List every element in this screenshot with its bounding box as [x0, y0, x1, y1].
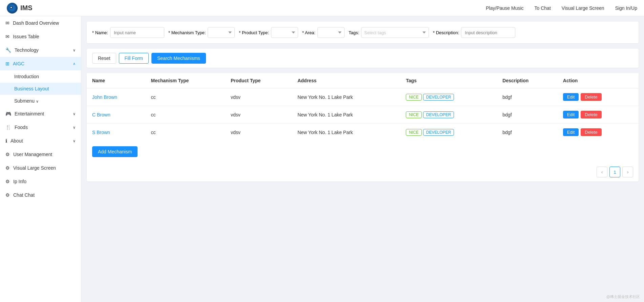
- sidebar-item-label: Entertainment: [15, 111, 44, 116]
- tags-field: Tags: Select tags: [349, 27, 429, 38]
- sidebar-item-user-management[interactable]: ⚙ User Management: [0, 148, 81, 161]
- col-address: Address: [292, 73, 400, 88]
- pagination-page-1[interactable]: 1: [609, 167, 620, 177]
- chevron-down-icon-3: ∨: [73, 112, 76, 116]
- cell-name: C Brown: [87, 106, 146, 124]
- sidebar-sub-item-business-layout[interactable]: Business Layout: [0, 83, 81, 95]
- table-row: John BrownccvdsvNew York No. 1 Lake Park…: [87, 88, 639, 106]
- pagination-prev[interactable]: ‹: [597, 167, 607, 177]
- sub-item-label: Introduction: [14, 74, 39, 79]
- brand-logo: [7, 3, 18, 14]
- mechanism-type-label: * Mechanism Type:: [168, 30, 206, 35]
- name-link[interactable]: C Brown: [92, 112, 110, 117]
- mechanism-type-field: * Mechanism Type:: [168, 27, 235, 38]
- chevron-down-icon: ∨: [73, 48, 76, 52]
- sidebar-item-label: Foods: [15, 125, 28, 130]
- delete-button[interactable]: Delete: [581, 128, 602, 136]
- cell-mechanism-type: cc: [146, 106, 225, 124]
- col-mechanism-type: Mechanism Type: [146, 73, 225, 88]
- sidebar-item-issues-table[interactable]: ✉ Issues Table: [0, 30, 81, 43]
- tag-badge: NICE: [406, 111, 422, 118]
- cell-mechanism-type: cc: [146, 88, 225, 106]
- sidebar-item-entertainment[interactable]: 🎮 Entertainment ∨: [0, 107, 81, 121]
- cell-address: New York No. 1 Lake Park: [292, 88, 400, 106]
- sidebar-item-label: Chat Chat: [13, 192, 35, 198]
- pagination: ‹ 1 ›: [87, 163, 639, 181]
- sidebar-sub-item-introduction[interactable]: Introduction: [0, 70, 81, 83]
- chevron-down-icon-4: ∨: [73, 125, 76, 130]
- tag-badge: DEVELOPER: [423, 94, 454, 101]
- delete-button[interactable]: Delete: [581, 93, 602, 101]
- reset-button[interactable]: Reset: [92, 53, 116, 64]
- email-icon-2: ✉: [5, 34, 9, 39]
- sidebar-item-label: AIGC: [13, 61, 24, 66]
- fill-form-button[interactable]: Fill Form: [119, 53, 149, 64]
- col-tags: Tags: [400, 73, 497, 88]
- brand-name: IMS: [20, 4, 33, 12]
- tag-badge: NICE: [406, 94, 422, 101]
- delete-button[interactable]: Delete: [581, 111, 602, 118]
- sidebar-item-dashboard[interactable]: ✉ Dash Board Overview: [0, 16, 81, 30]
- game-icon: 🎮: [5, 111, 11, 116]
- sidebar-item-label: Visual Large Screen: [13, 165, 56, 171]
- cell-product-type: vdsv: [225, 124, 292, 141]
- cell-tags: NICEDEVELOPER: [400, 124, 497, 141]
- top-nav-links: Play/Pause Music To Chat Visual Large Sc…: [486, 5, 637, 11]
- description-input[interactable]: [461, 27, 515, 38]
- name-link[interactable]: S Brown: [92, 130, 110, 135]
- cell-mechanism-type: cc: [146, 124, 225, 141]
- sidebar-item-ip-info[interactable]: ⚙ Ip Info: [0, 175, 81, 188]
- chevron-down-icon-sub: ∨: [36, 99, 39, 103]
- sidebar-item-label: Issues Table: [13, 34, 39, 39]
- play-pause-music-link[interactable]: Play/Pause Music: [486, 5, 523, 11]
- sidebar-item-foods[interactable]: 🍴 Foods ∨: [0, 121, 81, 134]
- brand: IMS: [7, 3, 33, 14]
- area-select[interactable]: [317, 27, 345, 38]
- product-type-select[interactable]: [271, 27, 298, 38]
- sign-in-up-link[interactable]: Sign In/Up: [615, 5, 637, 11]
- tags-label: Tags:: [349, 30, 359, 35]
- sidebar-item-technology[interactable]: 🔧 Technology ∨: [0, 43, 81, 57]
- sidebar-sub-item-submenu[interactable]: Submenu ∨: [0, 95, 81, 107]
- sidebar-item-about[interactable]: ℹ About ∨: [0, 134, 81, 148]
- name-link[interactable]: John Brown: [92, 94, 117, 100]
- name-input[interactable]: [110, 27, 164, 38]
- sidebar-item-chat-chat[interactable]: ⚙ Chat Chat: [0, 188, 81, 202]
- edit-button[interactable]: Edit: [563, 93, 579, 101]
- mechanism-type-select[interactable]: [208, 27, 235, 38]
- edit-button[interactable]: Edit: [563, 111, 579, 118]
- sidebar: ✉ Dash Board Overview ✉ Issues Table 🔧 T…: [0, 16, 81, 302]
- col-description: Description: [497, 73, 558, 88]
- cell-description: bdgf: [497, 124, 558, 141]
- info-icon: ℹ: [5, 138, 7, 144]
- grid-icon: ⊞: [5, 61, 9, 66]
- sidebar-item-visual-large-screen[interactable]: ⚙ Visual Large Screen: [0, 161, 81, 175]
- mechanisms-table: Name Mechanism Type Product Type Address…: [87, 73, 639, 141]
- chevron-down-icon-5: ∨: [73, 139, 76, 143]
- main-layout: ✉ Dash Board Overview ✉ Issues Table 🔧 T…: [0, 16, 644, 302]
- tags-select[interactable]: Select tags: [361, 27, 429, 38]
- table-body: John BrownccvdsvNew York No. 1 Lake Park…: [87, 88, 639, 141]
- sidebar-item-label: About: [11, 138, 23, 144]
- add-mechanism-button[interactable]: Add Mechanism: [92, 146, 138, 157]
- sidebar-item-label: Ip Info: [13, 179, 26, 184]
- tag-badge: NICE: [406, 129, 422, 136]
- add-btn-row: Add Mechanism: [87, 141, 639, 163]
- area-field: * Area:: [302, 27, 345, 38]
- search-mechanisms-button[interactable]: Search Mechanisms: [151, 53, 206, 64]
- name-label: * Name:: [92, 30, 108, 35]
- description-label: * Description:: [433, 30, 459, 35]
- tool-icon: 🔧: [5, 47, 11, 53]
- col-name: Name: [87, 73, 146, 88]
- edit-button[interactable]: Edit: [563, 128, 579, 136]
- cell-tags: NICEDEVELOPER: [400, 88, 497, 106]
- gear-icon-4: ⚙: [5, 192, 10, 198]
- mechanisms-table-container: Name Mechanism Type Product Type Address…: [87, 73, 639, 181]
- cell-product-type: vdsv: [225, 88, 292, 106]
- cell-tags: NICEDEVELOPER: [400, 106, 497, 124]
- table-header: Name Mechanism Type Product Type Address…: [87, 73, 639, 88]
- visual-large-screen-link[interactable]: Visual Large Screen: [562, 5, 604, 11]
- to-chat-link[interactable]: To Chat: [535, 5, 551, 11]
- sidebar-item-aigc[interactable]: ⊞ AIGC ∧: [0, 57, 81, 70]
- pagination-next[interactable]: ›: [622, 167, 633, 177]
